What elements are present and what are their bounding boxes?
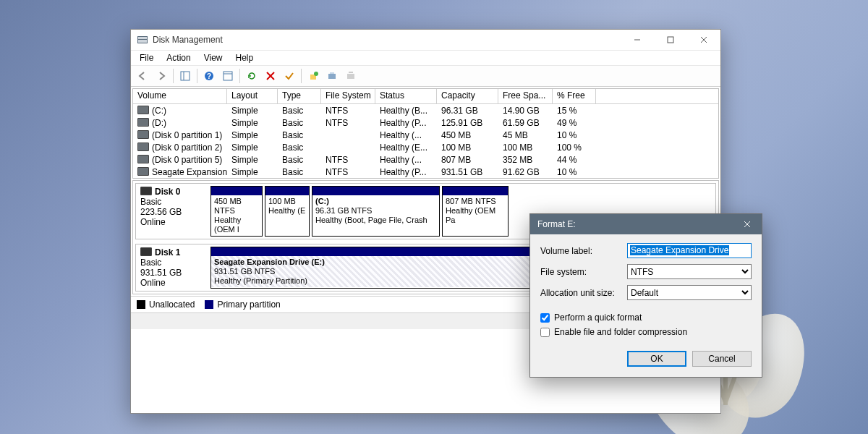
col-layout[interactable]: Layout xyxy=(227,89,278,103)
delete-icon[interactable] xyxy=(262,67,279,85)
partition[interactable]: 100 MBHealthy (E xyxy=(265,186,310,237)
file-system-select[interactable]: NTFS xyxy=(627,264,752,279)
svg-rect-17 xyxy=(328,74,336,79)
app-icon xyxy=(137,34,148,46)
col-filesystem[interactable]: File System xyxy=(321,89,375,103)
menu-action[interactable]: Action xyxy=(161,52,196,64)
svg-text:?: ? xyxy=(207,72,211,80)
svg-point-16 xyxy=(314,72,318,76)
svg-rect-1 xyxy=(138,37,147,39)
ok-button[interactable]: OK xyxy=(627,351,686,367)
menubar: File Action View Help xyxy=(131,51,720,66)
table-row[interactable]: (C:)SimpleBasicNTFSHealthy (B...96.31 GB… xyxy=(133,104,718,116)
col-pctfree[interactable]: % Free xyxy=(553,89,596,103)
label-volume-label: Volume label: xyxy=(540,246,627,256)
legend-unallocated: Unallocated xyxy=(137,299,195,310)
partition[interactable]: 450 MB NTFSHealthy (OEM I xyxy=(210,186,263,237)
col-status[interactable]: Status xyxy=(375,89,437,103)
volume-rows: (C:)SimpleBasicNTFSHealthy (B...96.31 GB… xyxy=(133,104,718,178)
check-icon[interactable] xyxy=(281,67,298,85)
allocation-unit-select[interactable]: Default xyxy=(627,285,752,300)
volume-list-header: Volume Layout Type File System Status Ca… xyxy=(133,89,718,104)
menu-help[interactable]: Help xyxy=(230,52,260,64)
svg-rect-4 xyxy=(668,37,673,43)
new-volume-icon[interactable] xyxy=(305,67,322,85)
titlebar[interactable]: Disk Management xyxy=(131,30,720,51)
dialog-close-button[interactable] xyxy=(733,214,762,234)
legend-primary: Primary partition xyxy=(205,299,280,310)
menu-view[interactable]: View xyxy=(198,52,229,64)
label-file-system: File system: xyxy=(540,267,627,277)
refresh-icon[interactable] xyxy=(243,67,260,85)
toolbar: ? xyxy=(131,66,720,87)
table-row[interactable]: (Disk 0 partition 2)SimpleBasicHealthy (… xyxy=(133,141,718,153)
volume-label-input[interactable]: Seagate Expansion Drive xyxy=(627,243,752,258)
partition[interactable]: Seagate Expansion Drive (E:)931.51 GB NT… xyxy=(210,247,530,289)
close-button[interactable] xyxy=(687,30,720,50)
window-title: Disk Management xyxy=(153,35,223,45)
show-tree-icon[interactable] xyxy=(176,67,194,85)
svg-rect-19 xyxy=(347,74,354,79)
maximize-button[interactable] xyxy=(654,30,687,50)
partition[interactable]: 807 MB NTFSHealthy (OEM Pa xyxy=(442,186,509,237)
cancel-button[interactable]: Cancel xyxy=(692,351,752,367)
volume-list: Volume Layout Type File System Status Ca… xyxy=(132,88,719,179)
table-row[interactable]: Seagate Expansion...SimpleBasicNTFSHealt… xyxy=(133,166,718,178)
properties-icon[interactable] xyxy=(219,67,237,85)
table-row[interactable]: (D:)SimpleBasicNTFSHealthy (P...125.91 G… xyxy=(133,116,718,129)
partition[interactable]: (C:)96.31 GB NTFSHealthy (Boot, Page Fil… xyxy=(312,186,440,237)
format-dialog: Format E: Volume label: Seagate Expansio… xyxy=(529,213,762,378)
svg-rect-18 xyxy=(330,72,334,74)
help-icon[interactable]: ? xyxy=(200,67,218,85)
table-row[interactable]: (Disk 0 partition 5)SimpleBasicNTFSHealt… xyxy=(133,153,718,166)
label-allocation-unit: Allocation unit size: xyxy=(540,288,627,298)
detach-vhd-icon[interactable] xyxy=(342,67,359,85)
col-freespace[interactable]: Free Spa... xyxy=(498,89,553,103)
menu-file[interactable]: File xyxy=(134,52,159,64)
svg-rect-7 xyxy=(181,72,190,80)
col-volume[interactable]: Volume xyxy=(133,89,227,103)
dialog-titlebar[interactable]: Format E: xyxy=(530,214,762,234)
table-row[interactable]: (Disk 0 partition 1)SimpleBasicHealthy (… xyxy=(133,129,718,141)
col-type[interactable]: Type xyxy=(278,89,321,103)
minimize-button[interactable] xyxy=(621,30,654,50)
quick-format-checkbox[interactable]: Perform a quick format xyxy=(540,310,752,325)
compression-checkbox[interactable]: Enable file and folder compression xyxy=(540,325,752,339)
dialog-title: Format E: xyxy=(537,219,576,229)
back-icon[interactable] xyxy=(134,67,151,85)
forward-icon[interactable] xyxy=(153,67,170,85)
attach-vhd-icon[interactable] xyxy=(323,67,341,85)
svg-rect-2 xyxy=(138,40,147,43)
svg-rect-11 xyxy=(224,72,232,80)
col-capacity[interactable]: Capacity xyxy=(437,89,498,103)
